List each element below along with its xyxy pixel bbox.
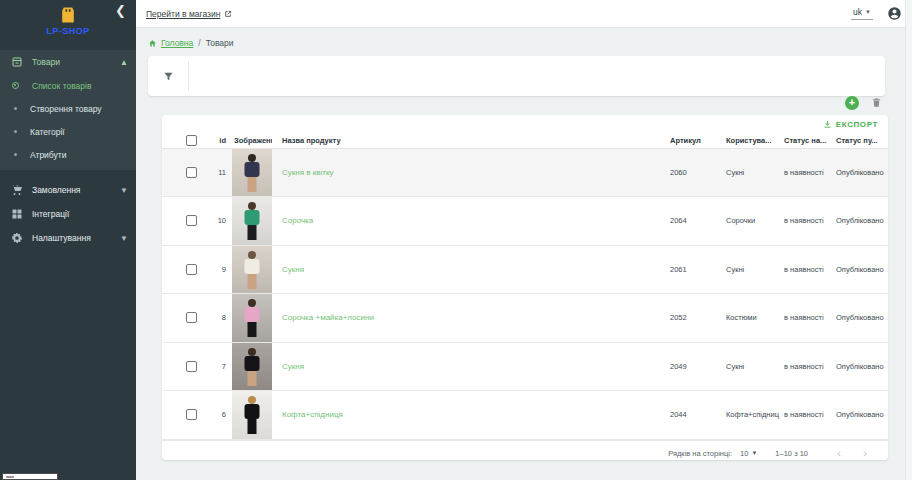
row-publish-status: Опубліковано [836,342,888,391]
row-stock-status: в наявності [784,245,836,294]
sidebar: LP-SHOP ❮ Товари ▲ Список товарів Створе… [0,0,136,480]
chevron-down-icon: ▼ [120,234,128,243]
row-checkbox[interactable] [186,312,197,323]
sidebar-item-attributes[interactable]: Атрибути [0,143,136,166]
sidebar-item-settings[interactable]: Налаштування ▼ [0,226,136,250]
thumbnail-figure [248,154,256,162]
products-table-card: ЕКСПОРТ id Зображення Назва продукту Арт… [162,115,888,460]
sidebar-collapse-icon[interactable]: ❮ [115,4,126,18]
row-checkbox[interactable] [186,264,197,275]
breadcrumb-current: Товари [206,38,234,48]
column-id[interactable]: id [202,133,232,148]
table-row: 10 Сорочка 2064 Сорочки в наявності Опуб… [162,197,888,246]
account-icon[interactable] [887,6,902,21]
row-stock-status: в наявності [784,342,836,391]
filter-bar [148,56,885,96]
row-publish-status: Опубліковано [836,391,888,440]
product-name-link[interactable]: Сукня [282,362,304,371]
product-table-body: 11 Сукня в квітку 2060 Сукні в наявності… [162,148,888,439]
trash-icon[interactable] [871,97,882,109]
row-checkbox[interactable] [186,167,197,178]
column-publish-status[interactable]: Статус пу... [836,133,888,148]
main-content: Головна / Товари + ЕКСПОРТ [136,28,912,480]
row-checkbox[interactable] [186,409,197,420]
product-name-link[interactable]: Кофта+спідниця [282,410,343,419]
row-checkbox[interactable] [186,361,197,372]
next-page-icon[interactable]: › [856,447,874,459]
pagination: Рядків на сторінці: 10 ▼ 1–10 з 10 ‹ › [162,440,888,461]
filter-button[interactable] [148,71,188,82]
add-product-button[interactable]: + [845,96,859,110]
column-category[interactable]: Користува... [726,133,784,148]
product-thumbnail[interactable] [232,149,272,197]
window-scrollbar[interactable] [905,0,912,480]
row-sku: 2064 [670,197,726,246]
gear-icon [10,232,23,245]
rows-per-page-select[interactable]: 10 ▼ [740,449,757,458]
browser-status-bubble [2,473,58,480]
sidebar-item-products[interactable]: Товари ▲ [0,50,136,74]
product-thumbnail[interactable] [232,391,272,439]
column-name[interactable]: Назва продукту [272,133,670,148]
column-stock-status[interactable]: Статус на... [784,133,836,148]
rows-per-page-label: Рядків на сторінці: [668,449,732,458]
row-id: 6 [202,391,232,440]
product-name-link[interactable]: Сукня [282,265,304,274]
row-publish-status: Опубліковано [836,197,888,246]
sidebar-item-create-product[interactable]: Створення товару [0,97,136,120]
row-id: 11 [202,148,232,197]
previous-page-icon[interactable]: ‹ [830,447,848,459]
language-select[interactable]: uk ▼ [851,7,873,20]
row-category: Кофта+спідниц [726,391,784,440]
column-image[interactable]: Зображення [232,133,272,148]
topbar: Перейти в магазин uk ▼ [136,0,912,28]
row-sku: 2052 [670,294,726,343]
product-thumbnail[interactable] [232,343,272,391]
table-actions: + [845,96,882,110]
product-thumbnail[interactable] [232,294,272,342]
breadcrumb: Головна / Товари [148,36,912,50]
row-publish-status: Опубліковано [836,245,888,294]
product-name-link[interactable]: Сукня в квітку [282,168,334,177]
row-stock-status: в наявності [784,294,836,343]
sidebar-item-integrations[interactable]: Інтеграції [0,202,136,226]
cart-icon [10,184,23,197]
sidebar-item-categories[interactable]: Категорії [0,120,136,143]
sidebar-item-product-list[interactable]: Список товарів [0,74,136,97]
products-box-icon [10,56,23,69]
funnel-icon [163,71,174,82]
export-button[interactable]: ЕКСПОРТ [823,120,878,129]
shopping-bag-logo-icon [58,5,78,25]
go-to-store-link[interactable]: Перейти в магазин [146,9,220,19]
table-row: 8 Сорочка +майка+лосини 2052 Костюми в н… [162,294,888,343]
table-row: 11 Сукня в квітку 2060 Сукні в наявності… [162,148,888,197]
row-category: Костюми [726,294,784,343]
bullet-icon [14,153,17,156]
logo-block[interactable]: LP-SHOP ❮ [0,0,136,48]
product-name-link[interactable]: Сорочка [282,216,313,225]
thumbnail-figure [248,396,256,404]
export-row: ЕКСПОРТ [162,115,888,133]
row-sku: 2060 [670,148,726,197]
row-id: 7 [202,342,232,391]
app-name: LP-SHOP [0,26,136,36]
page-range: 1–10 з 10 [775,449,808,458]
bullet-icon [14,107,17,110]
table-row: 6 Кофта+спідниця 2044 Кофта+спідниц в на… [162,391,888,440]
breadcrumb-home-link[interactable]: Головна [161,38,193,48]
product-thumbnail[interactable] [232,197,272,245]
row-stock-status: в наявності [784,197,836,246]
select-all-checkbox[interactable] [186,135,197,146]
sidebar-item-orders[interactable]: Замовлення ▼ [0,178,136,202]
divider [188,61,189,91]
row-checkbox[interactable] [186,215,197,226]
row-sku: 2061 [670,245,726,294]
row-id: 8 [202,294,232,343]
product-thumbnail[interactable] [232,246,272,294]
row-category: Сорочки [726,197,784,246]
row-publish-status: Опубліковано [836,148,888,197]
product-name-link[interactable]: Сорочка +майка+лосини [282,313,374,322]
column-sku[interactable]: Артикул [670,133,726,148]
thumbnail-figure [248,251,256,259]
download-icon [823,120,832,129]
